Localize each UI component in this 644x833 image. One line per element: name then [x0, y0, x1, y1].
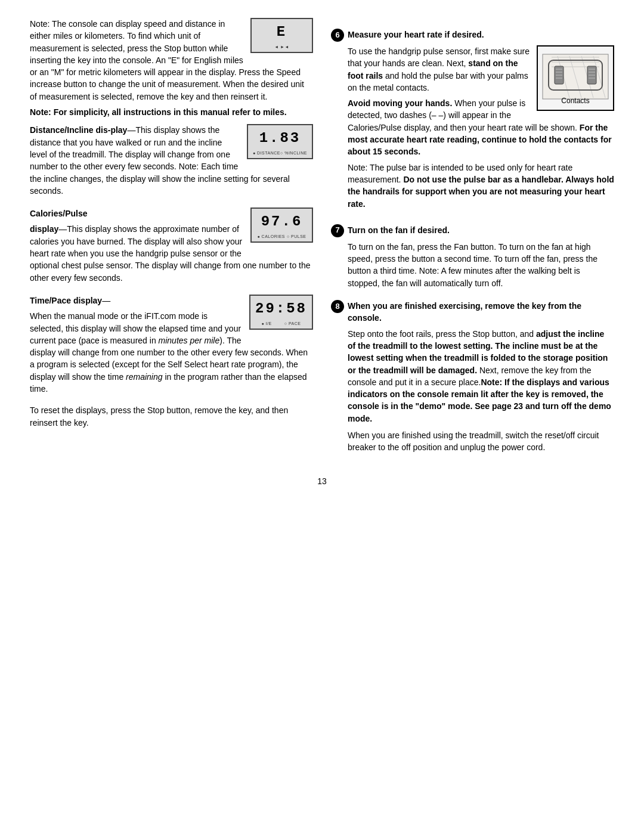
step7-block: 7 Turn on the fan if desired. To turn on…: [331, 224, 614, 289]
timepace-title-text: Time/Pace display: [30, 296, 102, 305]
step6-number: 6: [331, 29, 344, 42]
step7-content: To turn on the fan, press the Fan button…: [348, 241, 614, 289]
simplicity-note: Note: For simplicity, all instructions i…: [30, 106, 313, 118]
timepace-display: 29:58 ● I/E ○ PACE: [249, 295, 313, 330]
distance-ind1: ● DISTANCE: [253, 150, 280, 156]
step8-block: 8 When you are finished exercising, remo…: [331, 300, 614, 454]
e-display-arrows: ◄ ►◄: [274, 44, 289, 50]
intro-section: E ◄ ►◄ Note: The console can display spe…: [30, 18, 313, 106]
step8-text1: Step onto the foot rails, press the Stop…: [348, 328, 614, 425]
distance-display: 1.83 ● DISTANCE ○ %INCLINE: [247, 124, 313, 159]
calories-digits: 97.6: [256, 212, 307, 233]
step8-number: 8: [331, 300, 344, 313]
step7-number: 7: [331, 224, 344, 237]
step8-title: When you are finished exercising, remove…: [348, 300, 614, 324]
distance-title-bold: Distance/Incline dis-: [30, 125, 110, 135]
step6-note: Note: The pulse bar is intended to be us…: [348, 162, 614, 210]
calories-ind2: ○ PULSE: [287, 234, 306, 240]
timepace-ind1: ● I/E: [262, 321, 272, 327]
step6-block: 6 Measure your heart rate if desired.: [331, 29, 614, 213]
step7-title: Turn on the fan if desired.: [348, 224, 450, 236]
step6-title: Measure your heart rate if desired.: [348, 29, 484, 41]
step6-content: Contacts To use the handgrip pulse senso…: [348, 45, 614, 213]
calories-display: 97.6 ● CALORIES ○ PULSE: [250, 208, 313, 243]
reset-text: To reset the displays, press the Stop bu…: [30, 404, 313, 429]
step6-header: 6 Measure your heart rate if desired.: [331, 29, 614, 42]
calories-ind1: ● CALORIES: [257, 234, 285, 240]
step7-header: 7 Turn on the fan if desired.: [331, 224, 614, 237]
distance-section: 1.83 ● DISTANCE ○ %INCLINE Distance/Incl…: [30, 124, 313, 200]
distance-digits: 1.83: [253, 128, 307, 149]
timepace-ind2: ○ PACE: [284, 321, 301, 327]
contacts-label: Contacts: [561, 96, 589, 106]
timepace-italic: minutes per mile: [159, 336, 220, 345]
e-display: E ◄ ►◄: [250, 18, 313, 53]
distance-ind2: ○ %INCLINE: [280, 150, 307, 156]
e-display-digit: E: [256, 22, 307, 43]
timepace-digits: 29:58: [255, 299, 307, 320]
step8-content: Step onto the foot rails, press the Stop…: [348, 328, 614, 454]
calories-section: 97.6 ● CALORIES ○ PULSE Calories/Pulse d…: [30, 208, 313, 287]
step8-closing: When you are finished using the treadmil…: [348, 429, 614, 454]
step7-text: To turn on the fan, press the Fan button…: [348, 241, 614, 289]
page-number: 13: [30, 475, 614, 487]
calories-title-text: Calories/Pulse: [30, 209, 88, 218]
left-column: E ◄ ►◄ Note: The console can display spe…: [30, 18, 313, 457]
contacts-image-box: Contacts: [537, 45, 614, 111]
right-column: 6 Measure your heart rate if desired.: [331, 18, 614, 457]
timepace-section: 29:58 ● I/E ○ PACE Time/Pace display— Wh…: [30, 295, 313, 398]
step8-header: 8 When you are finished exercising, remo…: [331, 300, 614, 324]
